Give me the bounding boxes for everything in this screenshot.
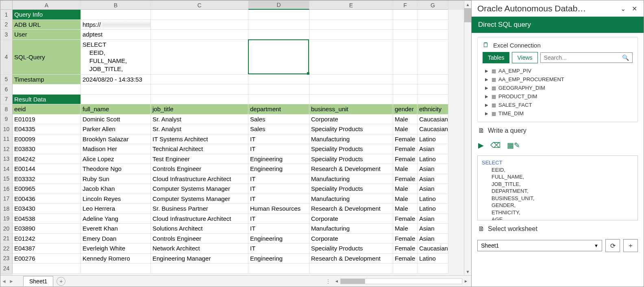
cell[interactable]: Male [393, 204, 418, 214]
scroll-up-arrow[interactable]: ▲ [464, 1, 471, 8]
cell[interactable]: SELECT EEID, FULL_NAME, JOB_TITLE, [81, 40, 151, 75]
tree-item[interactable]: ▶▦PRODUCT_DIM [483, 92, 633, 101]
tree-item[interactable]: ▶▦TIME_DIM [483, 109, 633, 118]
cell[interactable] [248, 84, 309, 95]
hscroll-grip[interactable]: ⋮ [326, 278, 331, 284]
cell[interactable]: Latino [418, 134, 448, 145]
cell[interactable] [309, 263, 393, 274]
row-header[interactable]: 20 [0, 224, 13, 234]
add-button[interactable]: ＋ [623, 239, 638, 252]
hscroll-thumb[interactable] [341, 279, 365, 284]
cell[interactable]: Everett Khan [81, 224, 151, 234]
cell[interactable]: Computer Systems Manager [151, 184, 248, 194]
cell[interactable]: 2024/08/20 - 14:33:53 [81, 75, 151, 85]
row-header[interactable]: 18 [0, 204, 13, 214]
cell[interactable]: Sr. Analyst [151, 114, 248, 125]
search-field[interactable] [544, 54, 622, 61]
tree-item[interactable]: ▶▦AA_EMP_PROCUREMENT [483, 75, 633, 84]
cell[interactable] [418, 10, 448, 20]
cell[interactable] [81, 95, 151, 105]
cell[interactable]: IT [248, 214, 309, 224]
row-header[interactable]: 5 [0, 75, 13, 85]
cell[interactable]: Asian [418, 184, 448, 194]
cell[interactable]: ethnicity [418, 104, 448, 114]
cell[interactable]: Manufacturing [309, 174, 393, 184]
tree-expand-icon[interactable]: ▶ [485, 111, 489, 116]
row-header[interactable]: 7 [0, 95, 13, 105]
cell[interactable]: Corporate [309, 234, 393, 244]
cell[interactable]: E00276 [13, 254, 81, 264]
column-header-F[interactable]: F [393, 1, 418, 10]
cell[interactable]: Female [393, 254, 418, 264]
row-header[interactable]: 14 [0, 164, 13, 174]
cell[interactable]: Male [393, 164, 418, 174]
cell[interactable] [418, 95, 448, 105]
cell[interactable]: adptest [81, 30, 151, 40]
cell[interactable]: gender [393, 104, 418, 114]
cell[interactable]: Corporate [309, 114, 393, 125]
cell[interactable] [151, 75, 248, 85]
cell[interactable]: Research & Development [309, 164, 393, 174]
cell[interactable]: department [248, 104, 309, 114]
cell[interactable]: Asian [418, 234, 448, 244]
cell[interactable] [81, 263, 151, 274]
cell[interactable]: Female [393, 154, 418, 164]
cell[interactable] [418, 263, 448, 274]
cell[interactable]: Asian [418, 214, 448, 224]
sql-editor[interactable]: SELECTEEID,FULL_NAME,JOB_TITLE,DEPARTMEN… [477, 155, 638, 220]
cell[interactable]: Timestamp [13, 75, 81, 85]
cell[interactable]: Madison Her [81, 144, 151, 154]
cell[interactable]: User [13, 30, 81, 40]
cell[interactable] [151, 263, 248, 274]
cell[interactable] [393, 75, 418, 85]
cell[interactable]: Male [393, 194, 418, 204]
cell[interactable]: Caucasian [418, 244, 448, 254]
cell[interactable]: Sales [248, 114, 309, 125]
cell[interactable]: Cloud Infrastructure Architect [151, 214, 248, 224]
cell[interactable]: IT Systems Architect [151, 134, 248, 145]
cell[interactable]: Research & Development [309, 204, 393, 214]
row-header[interactable]: 10 [0, 124, 13, 134]
row-header[interactable]: 15 [0, 174, 13, 184]
cell[interactable]: E00965 [13, 184, 81, 194]
cell[interactable]: job_title [151, 104, 248, 114]
cell[interactable] [81, 84, 151, 95]
cell[interactable] [418, 40, 448, 75]
add-sheet-button[interactable]: + [57, 277, 65, 286]
cell[interactable] [309, 10, 393, 20]
cell[interactable]: Ruby Sun [81, 174, 151, 184]
cell[interactable] [393, 84, 418, 95]
cell[interactable]: IT [248, 194, 309, 204]
cell[interactable] [393, 30, 418, 40]
cell[interactable] [13, 263, 81, 274]
cell[interactable]: Male [393, 114, 418, 125]
cell[interactable]: E01242 [13, 234, 81, 244]
cell[interactable] [248, 263, 309, 274]
cell[interactable] [151, 84, 248, 95]
cell[interactable] [248, 40, 309, 75]
row-header[interactable]: 6 [0, 84, 13, 95]
cell[interactable] [309, 20, 393, 30]
cell[interactable]: Engineering [248, 164, 309, 174]
cell[interactable]: Cloud Infrastructure Architect [151, 174, 248, 184]
cell[interactable]: Caucasian [418, 114, 448, 125]
cell[interactable]: Kennedy Romero [81, 254, 151, 264]
cell[interactable] [393, 95, 418, 105]
cell[interactable]: Engineering [248, 234, 309, 244]
cell[interactable]: IT [248, 144, 309, 154]
cell[interactable]: E03890 [13, 224, 81, 234]
cell[interactable]: Sr. Business Partner [151, 204, 248, 214]
row-header[interactable]: 13 [0, 154, 13, 164]
column-header-C[interactable]: C [151, 1, 248, 10]
cell[interactable]: Female [393, 144, 418, 154]
cell[interactable]: Manufacturing [309, 194, 393, 204]
cell[interactable]: Asian [418, 174, 448, 184]
cell[interactable]: Jacob Khan [81, 184, 151, 194]
row-header[interactable]: 12 [0, 144, 13, 154]
tab-nav-next[interactable]: ► [8, 278, 15, 284]
cell[interactable]: Research & Development [309, 254, 393, 264]
cell[interactable]: Corporate [309, 214, 393, 224]
search-input[interactable]: 🔍 [540, 52, 633, 63]
cell[interactable] [13, 84, 81, 95]
sheet-tab[interactable]: Sheet1 [23, 276, 53, 286]
